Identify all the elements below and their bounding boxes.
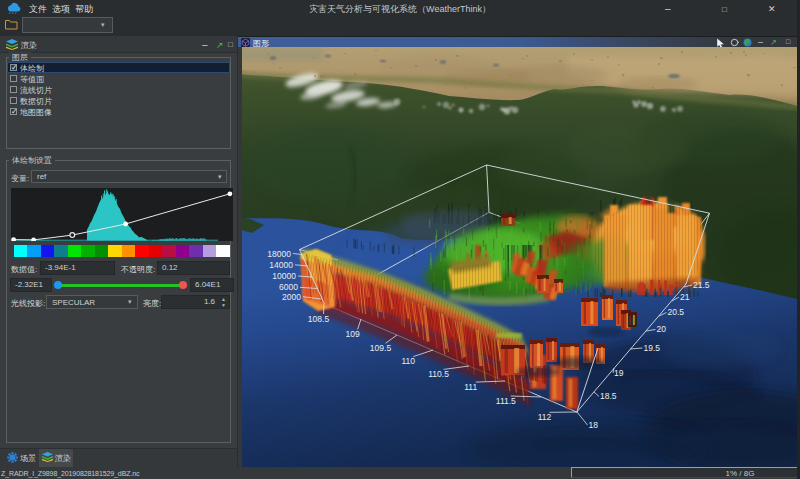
svg-text:2000: 2000 xyxy=(282,292,301,302)
svg-text:109: 109 xyxy=(346,329,360,339)
svg-text:14000: 14000 xyxy=(269,260,293,270)
svg-text:112: 112 xyxy=(538,412,552,422)
svg-text:19.5: 19.5 xyxy=(644,343,661,353)
svg-text:109.5: 109.5 xyxy=(370,343,392,353)
svg-text:110: 110 xyxy=(402,356,416,366)
svg-text:20.5: 20.5 xyxy=(668,307,685,317)
svg-text:19: 19 xyxy=(614,368,624,378)
svg-text:111: 111 xyxy=(464,382,477,392)
svg-text:108.5: 108.5 xyxy=(308,314,330,324)
svg-text:111.5: 111.5 xyxy=(496,396,516,406)
svg-text:18: 18 xyxy=(589,420,599,430)
svg-text:18.5: 18.5 xyxy=(600,391,617,401)
svg-text:21: 21 xyxy=(680,292,690,302)
svg-text:18000: 18000 xyxy=(267,249,291,259)
svg-text:110.5: 110.5 xyxy=(428,369,449,379)
svg-text:10000: 10000 xyxy=(272,271,296,281)
svg-text:20: 20 xyxy=(657,324,667,334)
svg-text:21.5: 21.5 xyxy=(693,280,710,290)
